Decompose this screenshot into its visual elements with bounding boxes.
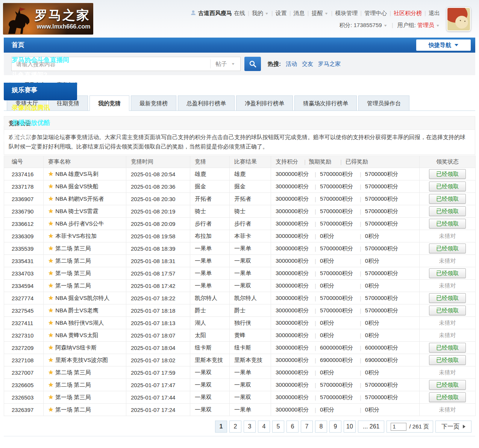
bet-pick: 纽卡斯 [190,342,230,354]
tab-2[interactable]: 我的竞猜 [89,95,129,111]
match-result: 独行侠 [230,317,271,329]
table-row: 2327108★里斯本竞技VS波尔图2025-01-07 18:02里斯本竞技里… [4,354,476,366]
bet-time: 2025-01-07 17:47 [126,379,190,391]
match-result: 一果双 [230,255,271,267]
avatar[interactable] [447,7,471,31]
claim-status-button[interactable]: 已经领取 [429,268,466,278]
points-cell: 3000000积分|0积分|0积分 [271,230,420,242]
nav-item-5[interactable]: 录播回放优酷 [4,115,77,130]
bet-pick: 一果双 [190,404,230,416]
claim-status-button[interactable]: 已经领取 [429,169,466,179]
claim-status-button[interactable]: 已经领取 [429,244,466,253]
usergroup-value[interactable]: 管理员 [417,22,434,28]
page-button-5[interactable]: 5 [272,421,284,433]
nav-item-4[interactable]: 录像回放腾讯 [4,100,77,115]
tab-5[interactable]: 净盈利排行榜单 [236,95,293,110]
tab-7[interactable]: 管理员操作台 [358,95,409,110]
hot-search-link-0[interactable]: 活动 [286,61,297,67]
nav-item-6[interactable]: 积分榜 [4,130,77,145]
claim-status-button[interactable]: 已经领取 [429,306,466,315]
match-name: ★NBA 掘金VS凯尔特人 [44,292,126,304]
site-logo[interactable]: 罗马之家 www.lmxh666.com [3,3,93,35]
star-icon: ★ [48,220,53,227]
claim-status-button[interactable]: 已经领取 [429,380,466,390]
table-row: 2334594★第一场 第二局2025-01-08 17:42一果单一果双300… [4,280,476,292]
search-type-dropdown[interactable]: 帖子 ▼ [210,59,240,68]
chevron-down-icon[interactable]: ▼ [384,24,388,27]
nav-item-3[interactable]: 娱乐赛事 [4,83,77,100]
quick-nav-button[interactable]: 快捷导航 [416,39,471,51]
bet-id: 2336907 [4,193,44,205]
next-page-button[interactable]: 下一页 [435,421,471,433]
chevron-down-icon[interactable]: ▼ [436,24,440,27]
nav-item-2[interactable]: 斗鱼直播间2 [4,68,77,83]
claim-status-button[interactable]: 已经领取 [429,343,466,353]
search-button[interactable] [244,57,261,71]
star-icon: ★ [48,208,53,214]
chevron-down-icon[interactable]: ▼ [324,12,328,15]
username-link[interactable]: 古道西风瘦马 [198,10,232,16]
page-button-7[interactable]: 7 [301,421,313,433]
header-menu-item-7[interactable]: 退出 [429,10,440,16]
user-icon [190,10,196,16]
claim-status-button[interactable]: 已经领取 [429,194,466,204]
nav-item-1[interactable]: 罗马协会斗鱼直播间 [4,53,77,68]
bet-time: 2025-01-07 17:59 [126,366,190,379]
page-button-6[interactable]: 6 [286,421,299,433]
missed-status-text: 未猜对 [439,332,456,338]
page-button-8[interactable]: 8 [315,421,327,433]
tab-4[interactable]: 总盈利排行榜单 [178,95,235,110]
nav-item-0[interactable]: 首页 [4,38,77,53]
header-menu-item-2[interactable]: 消息 [294,10,305,16]
hot-search-link-2[interactable]: 罗马之家 [318,61,341,67]
match-result: 一果单 [230,366,271,379]
points-cell: 3000000积分|5700000积分|5700000积分 [271,292,420,304]
bet-time: 2025-01-08 20:36 [126,180,190,193]
table-row: 2327545★NBA 爵士VS老鹰2025-01-07 18:18爵士爵士30… [4,304,476,317]
match-name: ★NBA 步行者VS公牛 [44,218,126,230]
bet-id: 2334594 [4,280,44,292]
bet-id: 2326397 [4,404,44,416]
page-button-3[interactable]: 3 [244,421,256,433]
claim-status-button[interactable]: 已经领取 [429,206,466,216]
tab-6[interactable]: 猜赢场次排行榜单 [294,95,357,110]
bet-time: 2025-01-07 18:22 [126,292,190,304]
logo-title: 罗马之家 [35,7,90,24]
claim-status-button[interactable]: 已经领取 [429,392,466,402]
content-bottom-divider [4,436,475,436]
page-button-1[interactable]: 1 [215,421,227,433]
page-button-4[interactable]: 4 [258,421,270,433]
bet-time: 2025-01-07 18:13 [126,317,190,329]
points-cell: 3000000积分|5700000积分|5700000积分 [271,242,420,255]
match-result: 本菲卡 [230,230,271,242]
match-name: ★第一场 第二局 [44,404,126,416]
page-button-10[interactable]: 10 [344,421,356,433]
bet-pick: 骑士 [190,205,230,218]
main-nav: 首页罗马协会斗鱼直播间斗鱼直播间2娱乐赛事录像回放腾讯录播回放优酷积分榜 快捷导… [4,38,475,53]
points-cell: 3000000积分|0积分|0积分 [271,255,420,267]
hot-search-link-1[interactable]: 交友 [302,61,313,67]
chevron-down-icon[interactable]: ▼ [265,12,269,15]
header-menu-item-6[interactable]: 社区积分榜 [394,10,422,16]
claim-status-button[interactable]: 已经领取 [429,293,466,303]
page-jump-input[interactable] [391,423,406,431]
claim-status-button[interactable]: 已经领取 [429,355,466,365]
page-button-2[interactable]: 2 [229,421,241,433]
bet-id: 2327108 [4,354,44,366]
bet-id: 2326503 [4,391,44,404]
header-menu-item-5[interactable]: 管理中心 [364,10,387,16]
header-menu-item-4[interactable]: 模块管理 [335,10,358,16]
page-button-last[interactable]: ... 261 [358,421,384,433]
claim-status-button[interactable]: 已经领取 [429,182,466,191]
header-menu-item-0[interactable]: 我的 [252,10,263,16]
bet-time: 2025-01-08 20:19 [126,205,190,218]
page-button-9[interactable]: 9 [329,421,341,433]
claim-status-button[interactable]: 已经领取 [429,219,466,229]
table-row: 2326605★第二场 第二局2025-01-07 17:47一果双一果双300… [4,379,476,391]
header-menu-item-1[interactable]: 设置 [276,10,287,16]
bet-time: 2025-01-07 18:02 [126,354,190,366]
tab-3[interactable]: 最新竞猜榜 [131,95,176,110]
bet-id: 2327310 [4,329,44,342]
points-value[interactable]: 173855759 [354,22,382,28]
header-menu-item-3[interactable]: 提醒 [311,10,323,16]
